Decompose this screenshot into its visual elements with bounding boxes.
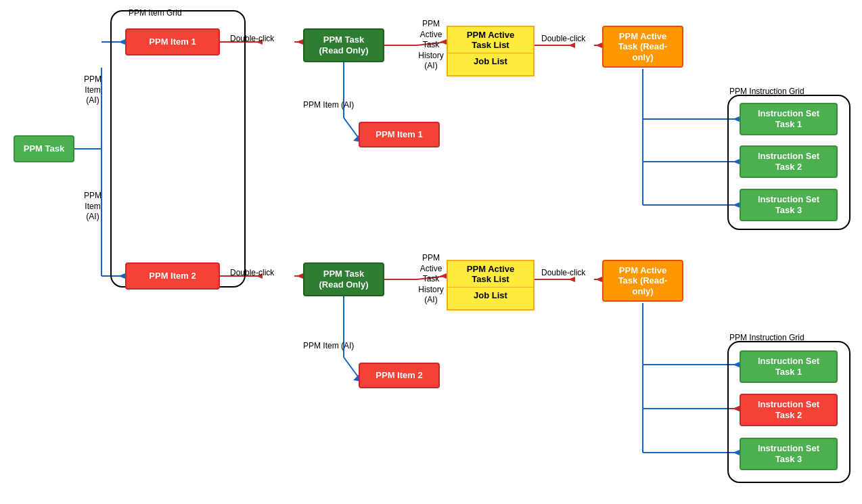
- ppm-active-task-ro1-box: PPM ActiveTask (Read-only): [602, 26, 683, 68]
- svg-marker-33: [595, 277, 602, 282]
- ppm-task-ro1-box: PPM Task(Read Only): [303, 28, 384, 62]
- inst-task1-3-box: Instruction SetTask 3: [740, 189, 838, 221]
- ppm-task-box: PPM Task: [14, 135, 74, 162]
- ppm-active-task-history1-label: PPMActiveTaskHistory(AI): [414, 19, 448, 72]
- inst-task1-1-box: Instruction SetTask 1: [740, 103, 838, 135]
- ppm-active-task-list1: PPM ActiveTask List Job List: [447, 26, 535, 76]
- ppm-instruction-grid1-label: PPM Instruction Grid: [729, 87, 804, 97]
- double-click-label-2: Double-click: [230, 268, 274, 279]
- svg-line-18: [344, 357, 359, 377]
- double-click-label-4: Double-click: [541, 268, 585, 279]
- svg-marker-13: [296, 273, 303, 279]
- ppm-item-ai-label2: PPM Item (AI): [303, 341, 354, 352]
- inst-task2-1-box: Instruction SetTask 1: [740, 350, 838, 383]
- double-click-label-1: Double-click: [230, 34, 274, 45]
- ppm-item-label-left1: PPMItem(AI): [84, 74, 101, 106]
- ppm-instruction-grid2-label: PPM Instruction Grid: [729, 333, 804, 344]
- ppm-item-ai2-box: PPM Item 2: [359, 363, 440, 388]
- ppm-active-task-history2-label: PPMActiveTaskHistory(AI): [414, 253, 448, 306]
- ppm-active-task-list2: PPM ActiveTask List Job List: [447, 260, 535, 311]
- ppm-active-task-ro2-box: PPM ActiveTask (Read-only): [602, 260, 683, 302]
- ppm-item1-box: PPM Item 1: [125, 28, 220, 55]
- svg-line-15: [344, 118, 359, 138]
- inst-task2-3-box: Instruction SetTask 3: [740, 438, 838, 470]
- ppm-item2-box: PPM Item 2: [125, 262, 220, 290]
- ppm-item-ai1-box: PPM Item 1: [359, 122, 440, 147]
- svg-marker-9: [296, 39, 303, 45]
- ppm-item-label-left2: PPMItem(AI): [84, 191, 101, 223]
- inst-task1-2-box: Instruction SetTask 2: [740, 145, 838, 178]
- ppm-item-grid-label: PPM Item Grid: [129, 8, 182, 19]
- ppm-item-ai-label1: PPM Item (AI): [303, 100, 354, 111]
- svg-marker-29: [595, 43, 602, 48]
- inst-task2-2-box: Instruction SetTask 2: [740, 394, 838, 426]
- double-click-label-3: Double-click: [541, 34, 585, 45]
- ppm-task-ro2-box: PPM Task(Read Only): [303, 262, 384, 296]
